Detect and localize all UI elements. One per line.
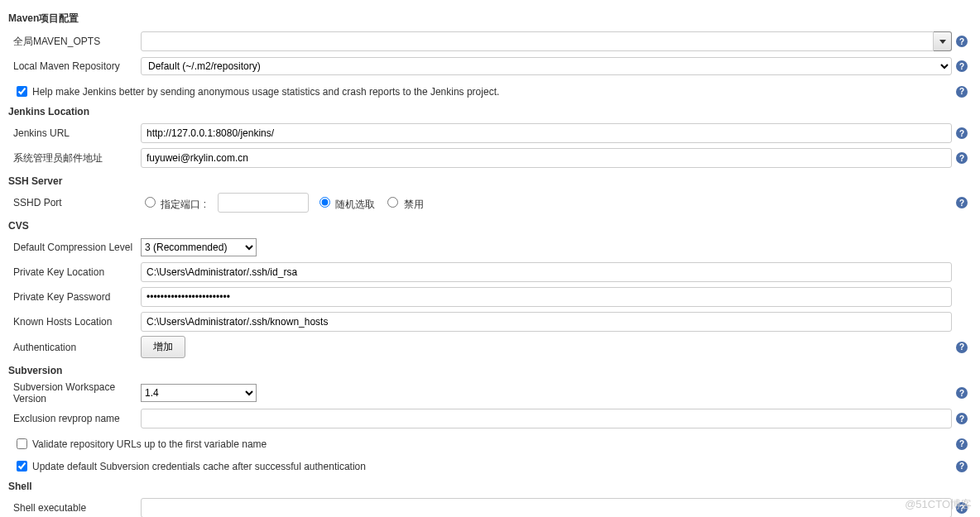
svn-validate-label: Validate repository URLs up to the first… xyxy=(32,438,267,450)
cvs-privkey-input[interactable] xyxy=(141,262,952,282)
help-icon[interactable]: ? xyxy=(956,413,968,424)
help-icon[interactable]: ? xyxy=(956,502,968,514)
maven-repo-select[interactable]: Default (~/.m2/repository) xyxy=(141,57,952,75)
sshd-port-input[interactable] xyxy=(218,193,309,213)
svn-update-cache-label: Update default Subversion credentials ca… xyxy=(32,461,366,472)
svn-ws-version-label: Subversion Workspace Version xyxy=(8,381,141,405)
help-icon[interactable]: ? xyxy=(956,197,968,208)
sshd-fixed-radio-label: 指定端口 : xyxy=(161,199,206,210)
shell-section-title: Shell xyxy=(8,481,972,492)
sshd-fixed-radio[interactable] xyxy=(145,197,156,208)
help-icon[interactable]: ? xyxy=(956,86,968,98)
svn-ws-version-select[interactable]: 1.4 xyxy=(141,384,257,402)
cvs-knownhosts-input[interactable] xyxy=(141,312,952,332)
sshd-disable-radio-label: 禁用 xyxy=(404,199,424,210)
sshd-random-radio-label: 随机选取 xyxy=(335,199,375,210)
usage-stats-label: Help make Jenkins better by sending anon… xyxy=(32,86,499,98)
shell-exec-input[interactable] xyxy=(141,498,952,517)
maven-opts-input[interactable] xyxy=(141,31,934,51)
admin-email-input[interactable] xyxy=(141,148,952,168)
svn-exclusion-input[interactable] xyxy=(141,409,952,428)
ssh-section-title: SSH Server xyxy=(8,175,972,187)
help-icon[interactable]: ? xyxy=(956,60,968,72)
sshd-disable-radio[interactable] xyxy=(387,197,398,208)
maven-opts-dropdown-btn[interactable] xyxy=(934,31,952,51)
jenkins-url-input[interactable] xyxy=(141,123,952,143)
sshd-random-radio[interactable] xyxy=(319,197,330,208)
cvs-add-button[interactable]: 增加 xyxy=(141,336,185,358)
svn-validate-checkbox[interactable] xyxy=(17,438,27,449)
help-icon[interactable]: ? xyxy=(956,461,968,472)
admin-email-label: 系统管理员邮件地址 xyxy=(8,151,141,165)
help-icon[interactable]: ? xyxy=(956,342,968,353)
jenkins-url-label: Jenkins URL xyxy=(8,127,141,139)
help-icon[interactable]: ? xyxy=(956,36,968,47)
svn-section-title: Subversion xyxy=(8,365,972,376)
maven-repo-label: Local Maven Repository xyxy=(8,60,141,72)
cvs-privkey-label: Private Key Location xyxy=(8,266,141,278)
cvs-auth-label: Authentication xyxy=(8,342,141,353)
cvs-privpass-input[interactable] xyxy=(141,287,952,307)
help-icon[interactable]: ? xyxy=(956,152,968,164)
maven-opts-label: 全局MAVEN_OPTS xyxy=(8,35,141,49)
help-icon[interactable]: ? xyxy=(956,438,968,450)
usage-stats-checkbox[interactable] xyxy=(17,86,27,97)
maven-section-title: Maven项目配置 xyxy=(8,12,972,26)
shell-exec-label: Shell executable xyxy=(8,502,141,514)
cvs-section-title: CVS xyxy=(8,220,972,232)
cvs-privpass-label: Private Key Password xyxy=(8,291,141,303)
sshd-port-label: SSHD Port xyxy=(8,197,141,208)
svn-update-cache-checkbox[interactable] xyxy=(17,461,27,472)
help-icon[interactable]: ? xyxy=(956,127,968,139)
help-icon[interactable]: ? xyxy=(956,387,968,399)
cvs-compression-label: Default Compression Level xyxy=(8,242,141,253)
cvs-compression-select[interactable]: 3 (Recommended) xyxy=(141,238,257,256)
cvs-knownhosts-label: Known Hosts Location xyxy=(8,316,141,328)
svn-exclusion-label: Exclusion revprop name xyxy=(8,413,141,424)
location-section-title: Jenkins Location xyxy=(8,106,972,117)
